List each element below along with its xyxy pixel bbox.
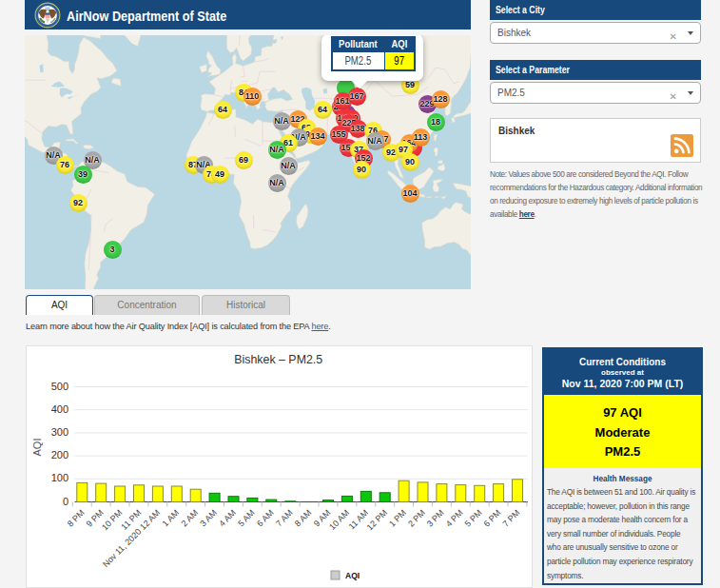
- svg-text:4 AM: 4 AM: [217, 508, 238, 529]
- svg-text:4 PM: 4 PM: [444, 508, 465, 529]
- svg-text:8 PM: 8 PM: [66, 508, 87, 529]
- svg-text:Bishkek – PM2.5: Bishkek – PM2.5: [234, 352, 322, 366]
- svg-text:300: 300: [51, 426, 68, 438]
- svg-text:AQI: AQI: [345, 571, 360, 580]
- svg-text:6 AM: 6 AM: [255, 508, 276, 529]
- svg-text:10 PM: 10 PM: [100, 508, 124, 532]
- svg-text:3 PM: 3 PM: [425, 508, 446, 529]
- svg-text:7 AM: 7 AM: [274, 508, 295, 529]
- svg-text:2 AM: 2 AM: [180, 508, 201, 529]
- svg-text:0: 0: [63, 496, 68, 507]
- svg-text:10 AM: 10 AM: [327, 508, 351, 532]
- svg-text:6 PM: 6 PM: [482, 508, 503, 529]
- svg-text:3 AM: 3 AM: [198, 508, 219, 529]
- svg-text:AQI: AQI: [31, 439, 43, 457]
- svg-text:100: 100: [51, 472, 68, 483]
- svg-text:1 AM: 1 AM: [161, 508, 182, 529]
- svg-text:200: 200: [51, 449, 68, 461]
- svg-text:2 PM: 2 PM: [406, 508, 427, 529]
- svg-text:12 PM: 12 PM: [365, 508, 389, 532]
- svg-text:400: 400: [51, 403, 68, 415]
- svg-text:7 PM: 7 PM: [500, 508, 521, 529]
- svg-text:5 AM: 5 AM: [236, 508, 257, 529]
- svg-text:8 AM: 8 AM: [293, 508, 314, 529]
- svg-text:1 PM: 1 PM: [387, 508, 408, 529]
- svg-text:500: 500: [51, 381, 68, 392]
- svg-text:5 PM: 5 PM: [463, 508, 484, 529]
